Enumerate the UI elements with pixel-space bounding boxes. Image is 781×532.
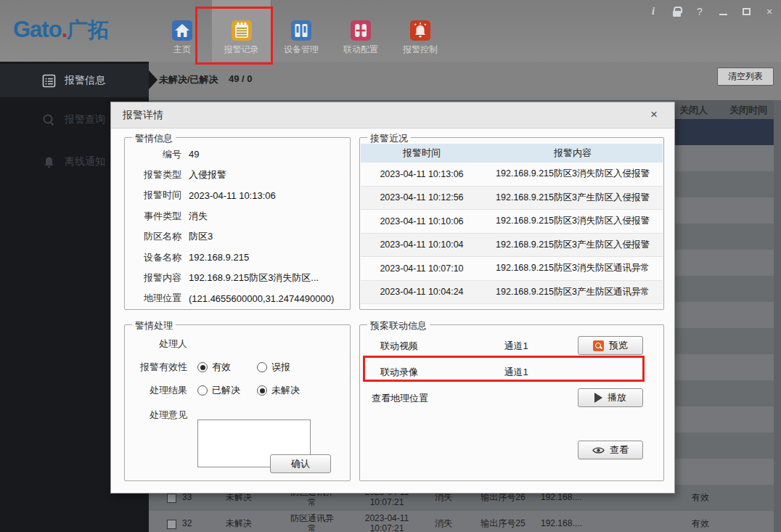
group-legend: 警情信息 [132, 132, 176, 145]
confirm-button[interactable]: 确认 [270, 454, 331, 473]
row-device: 192.168.... [541, 493, 628, 503]
recent-row[interactable]: 2023-04-11 10:10:04192.168.9.215防区3产生防区入… [361, 234, 663, 258]
field-number: 编号49 [125, 144, 350, 164]
row-event: 消失 [422, 519, 465, 529]
recent-table-body: 2023-04-11 10:13:06192.168.9.215防区3消失防区入… [361, 163, 663, 305]
group-legend: 预案联动信息 [367, 319, 430, 332]
row-validity: 有效 [675, 493, 726, 503]
sidebar-item-label: 离线通知 [65, 155, 105, 168]
row-status: 未解决 [205, 493, 272, 503]
minimize-button[interactable] [717, 6, 729, 17]
field-geo-location: 地理位置(121.4655600000,31.2474490000) [125, 288, 350, 308]
comment-label: 处理意见 [125, 409, 187, 422]
dialog-title: 报警详情 [123, 109, 163, 122]
recent-row[interactable]: 2023-04-11 10:13:06192.168.9.215防区3消失防区入… [361, 163, 663, 187]
unresolved-resolved-label: 未解决/已解决 [159, 73, 218, 86]
nav-tab-label: 主页 [173, 44, 191, 56]
row-status: 未解决 [205, 519, 272, 529]
view-location-label: 查看地理位置 [360, 392, 469, 405]
close-button[interactable]: × [764, 6, 775, 17]
offline-notice-icon [42, 155, 56, 169]
field-device-name: 设备名称192.168.9.215 [125, 247, 350, 267]
row-source: 输出序号26 [465, 493, 541, 503]
top-bar: Gato.广拓 主页 报警记录 [0, 0, 781, 62]
handler-label: 处理人 [125, 337, 187, 351]
field-zone-name: 防区名称防区3 [125, 226, 350, 247]
alarm-handling-group: 警情处理 处理人 报警有效性 有效 误报 处理结果 已解决 未解决 处理意见 确… [124, 324, 351, 481]
row-checkbox[interactable] [167, 494, 176, 503]
nav-tab-linkage-config[interactable]: 联动配置 [331, 0, 390, 62]
recent-row[interactable]: 2023-04-11 10:12:56192.168.9.215防区3产生防区入… [361, 187, 663, 210]
alarm-control-icon [409, 20, 431, 41]
device-management-icon [290, 20, 312, 41]
table-row[interactable]: 32 未解决 防区通讯异常 2023-04-1110:07:21 消失 输出序号… [149, 511, 774, 532]
recent-table-header: 报警时间 报警内容 [361, 144, 663, 163]
window-controls: i ? × [647, 4, 775, 19]
validity-label: 报警有效性 [125, 361, 187, 374]
result-row: 处理结果 已解决 未解决 [125, 382, 350, 399]
linkage-video-row: 联动视频 通道1 预览 [360, 335, 663, 357]
brand-logo-cn: 广拓 [67, 18, 109, 41]
sidebar-item-label: 报警信息 [65, 74, 105, 87]
field-event-type: 事件类型消失 [125, 205, 350, 226]
help-icon[interactable]: ? [694, 6, 706, 17]
vertical-scrollbar[interactable] [774, 100, 781, 532]
preview-icon [593, 340, 604, 351]
linkage-config-icon [350, 20, 372, 41]
view-button[interactable]: 查看 [578, 441, 643, 459]
result-label: 处理结果 [125, 384, 187, 397]
alarm-info-group: 警情信息 编号49 报警类型入侵报警 报警时间2023-04-11 10:13:… [124, 137, 351, 310]
radio-false-alarm[interactable]: 误报 [257, 361, 290, 374]
info-icon[interactable]: i [647, 6, 659, 17]
eye-icon [592, 446, 605, 454]
field-alarm-time: 报警时间2023-04-11 10:13:06 [125, 185, 350, 205]
view-location-row: 查看地理位置 查看 [360, 388, 663, 409]
sidebar-item-label: 报警查询 [65, 113, 105, 126]
nav-tab-label: 报警控制 [403, 44, 438, 56]
dialog-title-bar: 报警详情 × [111, 102, 674, 128]
recent-alarms-group: 接警近况 报警时间 报警内容 2023-04-11 10:13:06192.16… [359, 137, 664, 310]
alarm-query-icon [42, 113, 56, 127]
nav-tab-label: 设备管理 [284, 44, 319, 56]
row-checkbox[interactable] [167, 520, 176, 529]
row-validity: 有效 [675, 519, 726, 529]
lock-icon[interactable] [671, 6, 682, 17]
annotation-box-play-row [363, 356, 645, 382]
radio-resolved[interactable]: 已解决 [197, 384, 257, 397]
unresolved-resolved-value: 49 / 0 [229, 73, 253, 84]
maximize-button[interactable] [740, 6, 752, 17]
nav-tab-label: 联动配置 [343, 44, 378, 56]
plan-linkage-group: 预案联动信息 联动视频 通道1 预览 联动录像 通道1 播放 查看地理位置 [359, 324, 664, 481]
column-alarm-content: 报警内容 [483, 147, 663, 160]
preview-button[interactable]: 预览 [578, 336, 643, 355]
row-event: 消失 [422, 493, 465, 503]
app-window: Gato.广拓 主页 报警记录 [0, 0, 781, 532]
radio-valid[interactable]: 有效 [197, 361, 257, 374]
column-alarm-time: 报警时间 [361, 147, 483, 160]
brand-logo-en: Gato [13, 17, 62, 42]
column-close-time: 关闭时间 [729, 104, 767, 117]
dialog-close-icon[interactable]: × [647, 107, 661, 122]
recent-row[interactable]: 2023-04-11 10:10:06192.168.9.215防区3消失防区入… [361, 210, 663, 234]
linkage-video-label: 联动视频 [360, 340, 469, 353]
row-time: 2023-04-1110:07:21 [352, 514, 422, 532]
clear-list-button[interactable]: 清空列表 [717, 67, 774, 86]
alarm-detail-dialog: 报警详情 × 警情信息 编号49 报警类型入侵报警 报警时间2023-04-11… [110, 102, 675, 494]
column-closer: 关闭人 [679, 104, 708, 117]
recent-row[interactable]: 2023-04-11 10:07:10192.168.9.215防区3消失防区通… [361, 257, 663, 281]
sidebar-item-alarm-info[interactable]: 报警信息 [0, 64, 149, 97]
list-summary-strip: 未解决/已解决 49 / 0 清空列表 [149, 62, 781, 100]
radio-unresolved[interactable]: 未解决 [257, 384, 300, 397]
nav-tab-device-management[interactable]: 设备管理 [271, 0, 331, 62]
recent-row[interactable]: 2023-04-11 10:04:24192.168.9.215防区3产生防区通… [361, 281, 663, 305]
home-icon [171, 20, 193, 41]
alarm-info-icon [42, 74, 56, 88]
row-id: 32 [176, 519, 205, 529]
brand-logo: Gato.广拓 [13, 16, 109, 45]
nav-tab-alarm-control[interactable]: 报警控制 [390, 0, 450, 62]
linkage-video-channel: 通道1 [469, 340, 563, 353]
row-id: 33 [176, 493, 205, 503]
row-source: 输出序号25 [465, 519, 541, 529]
handler-row: 处理人 [125, 335, 350, 353]
row-alarm-type: 防区通讯异常 [272, 514, 352, 532]
